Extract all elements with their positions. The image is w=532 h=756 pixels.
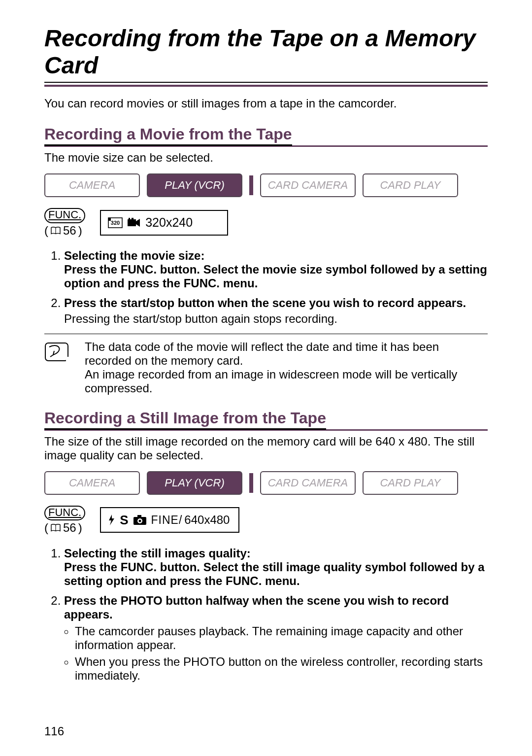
still-step-1: Selecting the still images quality: Pres… xyxy=(64,547,488,588)
func-button-label: FUNC. xyxy=(44,208,85,223)
func-block: FUNC. ( 56) xyxy=(44,208,85,237)
manual-ref-icon-2 xyxy=(50,523,61,532)
mode-separator xyxy=(249,175,253,195)
heading-movie: Recording a Movie from the Tape xyxy=(44,125,488,147)
note-line-1: The data code of the movie will reflect … xyxy=(85,340,488,368)
svg-rect-9 xyxy=(66,357,71,363)
mode-row-movie: CAMERA PLAY (VCR) CARD CAMERA CARD PLAY xyxy=(44,173,488,197)
still-steps: Selecting the still images quality: Pres… xyxy=(44,547,488,683)
svg-marker-5 xyxy=(136,219,140,227)
movie-icon xyxy=(128,218,140,228)
svg-point-15 xyxy=(138,520,141,522)
svg-marker-11 xyxy=(109,515,114,525)
still-setting-value: 640x480 xyxy=(184,513,230,527)
func-ref-2: ( 56) xyxy=(44,521,85,534)
note-icon xyxy=(44,340,72,364)
still-step-1-head: Selecting the still images quality: Pres… xyxy=(64,547,488,588)
svg-text:320: 320 xyxy=(111,220,120,226)
svg-rect-6 xyxy=(129,218,130,220)
still-sub: The size of the still image recorded on … xyxy=(44,435,488,462)
note-row: The data code of the movie will reflect … xyxy=(44,340,488,395)
func-block-2: FUNC. ( 56) xyxy=(44,506,85,535)
mode-camera-2: CAMERA xyxy=(44,471,140,495)
movie-step-2: Press the start/stop button when the sce… xyxy=(64,296,488,326)
page-title: Recording from the Tape on a Memory Card xyxy=(44,25,488,79)
mode-card-camera: CARD CAMERA xyxy=(260,173,356,197)
mode-separator-2 xyxy=(249,473,253,493)
mode-card-camera-2: CARD CAMERA xyxy=(260,471,356,495)
mode-card-play: CARD PLAY xyxy=(363,173,458,197)
svg-rect-4 xyxy=(128,219,136,226)
mode-card-play-2: CARD PLAY xyxy=(363,471,458,495)
movie-step-1: Selecting the movie size: Press the FUNC… xyxy=(64,249,488,290)
mode-row-still: CAMERA PLAY (VCR) CARD CAMERA CARD PLAY xyxy=(44,471,488,495)
note-text: The data code of the movie will reflect … xyxy=(85,340,488,395)
still-step-2: Press the PHOTO button halfway when the … xyxy=(64,594,488,683)
still-setting-mid: FINE/ xyxy=(151,514,183,527)
movie-step-2-body: Pressing the start/stop button again sto… xyxy=(64,312,488,326)
movie-setting-box: 320 320x240 xyxy=(100,210,228,236)
func-ref-page-2: 56 xyxy=(63,521,76,534)
mode-play-vcr: PLAY (VCR) xyxy=(147,173,242,197)
svg-rect-7 xyxy=(132,218,133,220)
movie-step-1-head: Selecting the movie size: Press the FUNC… xyxy=(64,249,488,290)
camera-icon xyxy=(133,515,146,525)
mode-camera: CAMERA xyxy=(44,173,140,197)
heading-movie-text: Recording a Movie from the Tape xyxy=(44,125,292,146)
manual-ref-icon xyxy=(50,226,61,235)
still-setting-prefix: S xyxy=(120,513,128,528)
mode-play-vcr-2: PLAY (VCR) xyxy=(147,471,242,495)
func-ref-page: 56 xyxy=(63,224,76,237)
flash-icon xyxy=(108,515,115,525)
svg-rect-3 xyxy=(108,218,111,221)
intro-text: You can record movies or still images fr… xyxy=(44,97,488,110)
svg-rect-13 xyxy=(137,515,141,517)
still-bullet-1: The camcorder pauses playback. The remai… xyxy=(75,624,488,652)
still-step-2-head: Press the PHOTO button halfway when the … xyxy=(64,594,488,621)
func-button-label-2: FUNC. xyxy=(44,506,85,520)
note-line-2: An image recorded from an image in wides… xyxy=(85,368,488,395)
still-setting-row: FUNC. ( 56) S FINE/ 640x480 xyxy=(44,506,488,535)
movie-steps: Selecting the movie size: Press the FUNC… xyxy=(44,249,488,326)
size-320-icon: 320 xyxy=(108,217,123,228)
movie-setting-row: FUNC. ( 56) 320 320x240 xyxy=(44,208,488,237)
title-rule xyxy=(44,82,488,87)
heading-still-text: Recording a Still Image from the Tape xyxy=(44,409,326,430)
still-bullet-2: When you press the PHOTO button on the w… xyxy=(75,655,488,683)
heading-still: Recording a Still Image from the Tape xyxy=(44,409,488,431)
page: Recording from the Tape on a Memory Card… xyxy=(0,0,532,756)
still-step-2-bullets: The camcorder pauses playback. The remai… xyxy=(64,624,488,683)
note-divider xyxy=(44,334,488,334)
movie-setting-value: 320x240 xyxy=(145,215,193,230)
page-number: 116 xyxy=(44,724,64,738)
func-ref: ( 56) xyxy=(44,224,85,237)
still-setting-box: S FINE/ 640x480 xyxy=(100,507,239,533)
movie-step-2-head: Press the start/stop button when the sce… xyxy=(64,296,488,310)
movie-sub: The movie size can be selected. xyxy=(44,151,488,165)
